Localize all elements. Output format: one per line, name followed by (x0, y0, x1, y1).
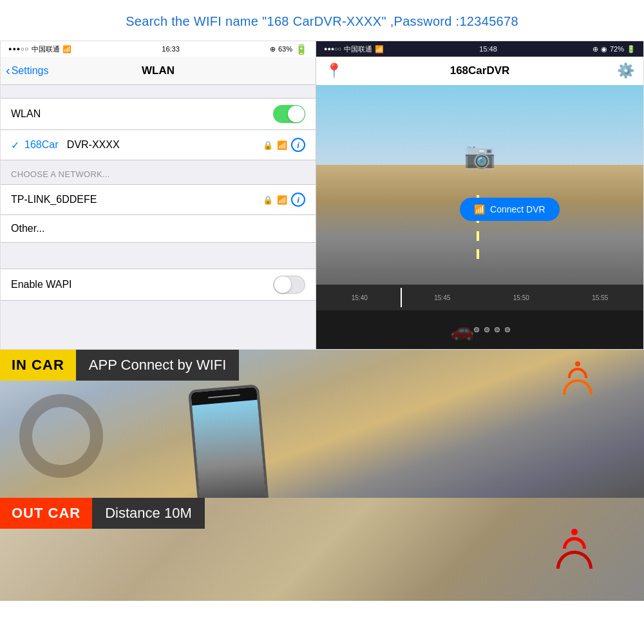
wifi-icon: 📶 (62, 45, 71, 53)
app-clock-icon: ◉ (601, 45, 607, 53)
dashcam-view: 📷 📶 Connect DVR (316, 85, 643, 285)
tp-wifi-icon: 📶 (277, 195, 287, 205)
battery-icon: 🔋 (295, 43, 308, 55)
out-car-badge: OUT CAR (0, 498, 92, 529)
phone-panels: ●●●○○ 中国联通 📶 16:33 ⊕ 63% 🔋 ‹ Settings WL… (0, 41, 644, 350)
camera-overlay-icon: 📷 (464, 140, 496, 170)
wlan-toggle[interactable] (273, 105, 305, 123)
app-title: 168CarDVR (450, 64, 510, 77)
app-carrier: 中国联通 (344, 44, 372, 54)
ios-wlan-panel: ●●●○○ 中国联通 📶 16:33 ⊕ 63% 🔋 ‹ Settings WL… (1, 41, 316, 349)
back-arrow-icon: ‹ (6, 63, 10, 78)
connect-wifi-icon: 📶 (474, 204, 485, 214)
in-car-text: APP Connect by WIFI (76, 350, 240, 381)
control-dots (474, 327, 510, 332)
ios-statusbar: ●●●○○ 中国联通 📶 16:33 ⊕ 63% 🔋 (1, 41, 316, 57)
tp-link-name: TP-LINK_6DDEFE (11, 194, 263, 205)
steering-wheel (19, 394, 103, 478)
wlan-section: WLAN (1, 98, 316, 130)
app-time: 15:48 (479, 45, 497, 53)
tick-1: 15:40 (321, 294, 398, 301)
tp-link-row[interactable]: TP-LINK_6DDEFE 🔒 📶 i (1, 185, 316, 215)
ctrl-dot-4 (505, 327, 510, 332)
in-car-banner: IN CAR APP Connect by WIFI (0, 350, 239, 381)
enable-wapi-section: Enable WAPI (1, 269, 316, 301)
app-panel: ●●●○○ 中国联通 📶 15:48 ⊕ ◉ 72% 🔋 📍 168CarDVR… (316, 41, 643, 349)
in-car-badge: IN CAR (0, 350, 76, 381)
app-location-icon: 📍 (325, 62, 343, 79)
other-row[interactable]: Other... (1, 215, 316, 242)
timeline-indicator (401, 288, 402, 307)
other-networks-section: TP-LINK_6DDEFE 🔒 📶 i Other... (1, 184, 316, 243)
connected-network-section: ✓ 168Car DVR-XXXX 🔒 📶 i (1, 130, 316, 160)
phone-in-hand (188, 384, 269, 498)
out-car-text: Distance 10M (92, 498, 205, 529)
other-network-name: Other... (11, 223, 305, 234)
wapi-knob (274, 276, 291, 293)
battery-percent: 63% (278, 45, 292, 53)
tick-2: 15:45 (404, 294, 481, 301)
road-bg (316, 165, 643, 285)
app-signal: ●●●○○ (324, 46, 341, 52)
connected-network-row[interactable]: ✓ 168Car DVR-XXXX 🔒 📶 i (1, 130, 316, 160)
app-wifi-icon: 📶 (375, 45, 384, 53)
toggle-knob (288, 106, 305, 122)
header-bar: Search the WIFI name "168 CarDVR-XXXX" ,… (0, 0, 644, 41)
ctrl-dot-3 (495, 327, 500, 332)
wapi-label: Enable WAPI (11, 279, 72, 290)
app-controls: 🚗 (316, 310, 643, 349)
tick-3: 15:50 (483, 294, 560, 301)
wifi-signal-icon: 📶 (277, 140, 287, 150)
connect-dvr-button[interactable]: 📶 Connect DVR (460, 198, 560, 221)
header-title: Search the WIFI name "168 CarDVR-XXXX" ,… (0, 6, 644, 35)
wlan-label: WLAN (11, 108, 41, 120)
app-settings-icon[interactable]: ⚙️ (617, 62, 634, 79)
tp-info-button[interactable]: i (291, 193, 305, 207)
connected-network-name: 168Car DVR-XXXX (24, 139, 263, 151)
tick-4: 15:55 (562, 294, 639, 301)
info-button[interactable]: i (291, 138, 305, 152)
ctrl-dot-1 (474, 327, 479, 332)
signal-dots: ●●●○○ (8, 46, 29, 52)
app-statusbar: ●●●○○ 中国联通 📶 15:48 ⊕ ◉ 72% 🔋 (316, 41, 643, 57)
out-car-wifi-signal (556, 529, 592, 569)
tp-lock-icon: 🔒 (263, 195, 273, 205)
in-car-section: IN CAR APP Connect by WIFI (0, 350, 644, 498)
back-button[interactable]: ‹ Settings (6, 63, 48, 78)
checkmark-icon: ✓ (11, 139, 19, 151)
car-bottom-icon: 🚗 (450, 319, 474, 341)
time-display: 16:33 (162, 45, 180, 53)
app-charge-icon: ⊕ (592, 45, 598, 53)
app-battery-icon: 🔋 (627, 45, 636, 53)
wapi-toggle[interactable] (273, 276, 305, 294)
app-battery: 72% (610, 45, 624, 53)
carrier-label: 中国联通 (32, 44, 60, 54)
ios-navbar: ‹ Settings WLAN (1, 57, 316, 85)
choose-network-label: CHOOSE A NETWORK... (1, 160, 316, 184)
in-car-wifi-signal (563, 361, 592, 395)
lock-icon: 🔒 (263, 140, 273, 150)
charge-icon: ⊕ (270, 45, 276, 53)
ctrl-dot-2 (484, 327, 489, 332)
back-label: Settings (12, 65, 49, 77)
out-car-banner: OUT CAR Distance 10M (0, 498, 205, 529)
app-navbar: 📍 168CarDVR ⚙️ (316, 57, 643, 85)
timeline-bar: 15:40 15:45 15:50 15:55 (316, 285, 643, 310)
out-car-section: OUT CAR Distance 10M (0, 498, 644, 601)
wlan-title: WLAN (142, 64, 175, 77)
spacer (1, 243, 316, 256)
connect-dvr-label: Connect DVR (490, 204, 545, 214)
